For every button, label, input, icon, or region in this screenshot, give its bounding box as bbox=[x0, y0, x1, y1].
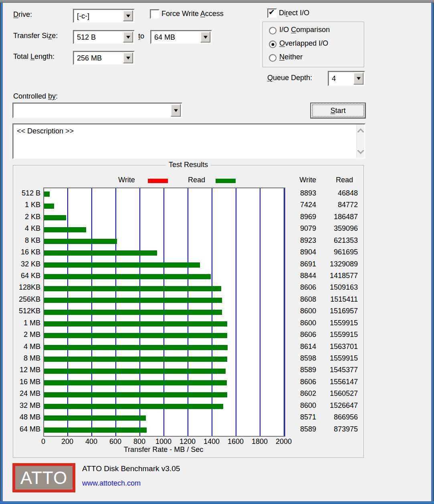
transfer-size-label: 128KB bbox=[13, 282, 40, 293]
read-bar bbox=[44, 392, 227, 397]
write-value: 8893 bbox=[274, 187, 316, 199]
transfer-size-label: 512 B bbox=[13, 187, 40, 199]
read-value: 621353 bbox=[318, 235, 358, 246]
app-version-text: ATTO Disk Benchmark v3.05 bbox=[82, 464, 180, 473]
read-bar bbox=[44, 404, 223, 409]
neither-radio[interactable] bbox=[269, 54, 277, 62]
transfer-size-label: 512KB bbox=[13, 305, 40, 317]
website-link[interactable]: www.attotech.com bbox=[82, 479, 141, 488]
description-text: << Description >> bbox=[17, 127, 74, 135]
read-bar bbox=[44, 427, 147, 433]
transfer-size-label: 4 MB bbox=[13, 341, 40, 353]
read-value: 1560527 bbox=[318, 388, 358, 399]
read-value: 1545377 bbox=[318, 364, 358, 376]
write-value: 8600 bbox=[274, 400, 316, 411]
write-value: 8589 bbox=[274, 364, 316, 376]
chart-gridline bbox=[260, 188, 260, 436]
transfer-size-from-combobox[interactable]: 512 B bbox=[73, 30, 135, 44]
transfer-size-label: 32 MB bbox=[13, 400, 40, 411]
force-write-access-checkbox[interactable] bbox=[150, 9, 159, 19]
queue-depth-value: 4 bbox=[332, 75, 336, 83]
write-value: 7424 bbox=[274, 199, 316, 211]
io-comparison-label: I/O Comparison bbox=[279, 26, 330, 34]
read-bar bbox=[44, 215, 66, 220]
transfer-size-label: 8 MB bbox=[13, 353, 40, 364]
write-value: 8600 bbox=[274, 317, 316, 329]
description-scrollbar[interactable] bbox=[356, 125, 364, 158]
transfer-size-to-combobox[interactable]: 64 MB bbox=[150, 30, 212, 44]
write-value: 8608 bbox=[274, 294, 316, 305]
x-tick-label: 800 bbox=[127, 437, 152, 446]
read-column-header: Read bbox=[318, 176, 353, 184]
total-length-combobox[interactable]: 256 MB bbox=[73, 51, 135, 65]
write-value: 8606 bbox=[274, 376, 316, 388]
transfer-size-label: 8 KB bbox=[13, 235, 40, 246]
transfer-size-label: 64 KB bbox=[13, 270, 40, 282]
transfer-size-label: 32 KB bbox=[13, 258, 40, 270]
transfer-size-label: Transfer Size: bbox=[13, 32, 58, 40]
window-border-left bbox=[0, 3, 3, 504]
queue-depth-dropdown-button[interactable] bbox=[353, 73, 363, 85]
legend-write-label: Write bbox=[118, 176, 135, 184]
x-tick-label: 400 bbox=[79, 437, 104, 446]
transfer-size-label: 16 MB bbox=[13, 376, 40, 388]
io-comparison-radio[interactable] bbox=[269, 27, 277, 34]
test-results-title: Test Results bbox=[166, 161, 211, 169]
start-button[interactable]: Start bbox=[310, 103, 366, 119]
read-value: 961695 bbox=[318, 246, 358, 258]
drive-combobox[interactable]: [-c-] bbox=[73, 9, 135, 23]
start-button-label: Start bbox=[311, 107, 365, 115]
write-value: 8571 bbox=[274, 411, 316, 423]
x-axis-title: Transfer Rate - MB / Sec bbox=[43, 446, 284, 454]
write-value: 8691 bbox=[274, 258, 316, 270]
window-border-bottom bbox=[0, 501, 434, 504]
description-field[interactable]: << Description >> bbox=[12, 123, 365, 159]
chevron-down-icon bbox=[126, 56, 130, 61]
transfer-size-to-dropdown-button[interactable] bbox=[200, 32, 210, 42]
controlled-by-dropdown-button[interactable] bbox=[171, 104, 181, 117]
transfer-size-label: 16 KB bbox=[13, 246, 40, 258]
chart-plot-area bbox=[43, 187, 285, 437]
overlapped-io-radio[interactable] bbox=[269, 40, 277, 48]
read-bar bbox=[44, 227, 86, 232]
atto-disk-benchmark-window: Drive: [-c-] Force Write Access ✔ Direct… bbox=[0, 0, 434, 504]
controlled-by-combobox[interactable] bbox=[12, 103, 182, 118]
drive-dropdown-button[interactable] bbox=[123, 10, 133, 21]
x-tick-label: 1600 bbox=[223, 437, 248, 446]
transfer-size-label: 1 KB bbox=[13, 199, 40, 211]
read-bar bbox=[44, 369, 226, 374]
atto-logo: ATTO bbox=[12, 463, 75, 492]
read-bar bbox=[44, 262, 200, 268]
read-bar bbox=[44, 250, 157, 256]
read-bar bbox=[44, 274, 211, 279]
read-bar bbox=[44, 204, 54, 209]
chevron-down-icon bbox=[204, 36, 208, 40]
transfer-size-from-dropdown-button[interactable] bbox=[123, 32, 133, 42]
legend-read-label: Read bbox=[188, 176, 205, 184]
window-border-top bbox=[0, 0, 434, 3]
read-value: 1559915 bbox=[318, 353, 358, 364]
chevron-down-icon bbox=[357, 77, 361, 82]
total-length-dropdown-button[interactable] bbox=[123, 52, 133, 63]
check-icon: ✔ bbox=[268, 8, 275, 17]
drive-value: [-c-] bbox=[77, 12, 89, 20]
write-column-header: Write bbox=[274, 176, 316, 184]
to-label: to bbox=[138, 32, 144, 40]
read-bar bbox=[44, 345, 228, 350]
write-value: 8606 bbox=[274, 282, 316, 293]
x-tick-label: 1800 bbox=[247, 437, 273, 446]
write-value: 8969 bbox=[274, 211, 316, 223]
queue-depth-combobox[interactable]: 4 bbox=[328, 71, 365, 86]
write-value: 8589 bbox=[274, 423, 316, 435]
window-border-right bbox=[431, 3, 434, 504]
scroll-up-icon[interactable] bbox=[357, 129, 364, 135]
total-length-value: 256 MB bbox=[77, 54, 102, 62]
direct-io-checkbox[interactable]: ✔ bbox=[267, 8, 277, 18]
read-bar bbox=[44, 298, 222, 303]
read-value: 1563701 bbox=[318, 341, 358, 353]
write-value: 8606 bbox=[274, 329, 316, 341]
x-tick-label: 0 bbox=[30, 437, 56, 446]
scroll-down-icon[interactable] bbox=[357, 147, 364, 154]
read-value: 1556147 bbox=[318, 376, 358, 388]
chart-gridline bbox=[236, 188, 236, 436]
